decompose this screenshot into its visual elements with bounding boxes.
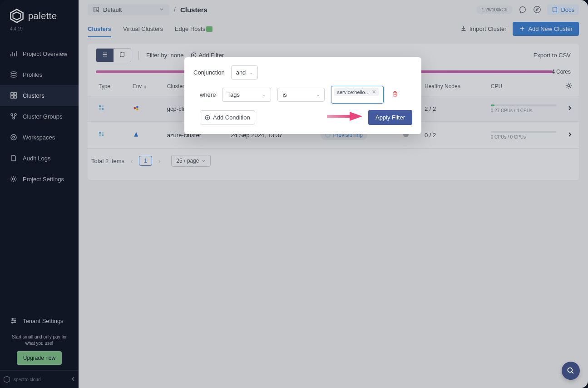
operator-select[interactable]: is⌄ bbox=[277, 88, 325, 102]
chevron-down-icon: ⌄ bbox=[316, 92, 320, 97]
add-condition-button[interactable]: Add Condition bbox=[200, 110, 255, 124]
filter-modal: Conjunction and⌄ where Tags⌄ is⌄ service… bbox=[184, 57, 421, 134]
modal-actions: Add Condition Apply Filter bbox=[193, 110, 412, 125]
delete-condition-button[interactable] bbox=[392, 90, 398, 99]
conjunction-label: Conjunction bbox=[193, 69, 225, 76]
condition-row: where Tags⌄ is⌄ service:hello…✕ bbox=[200, 86, 412, 104]
value-input[interactable]: service:hello…✕ bbox=[331, 86, 384, 104]
apply-filter-button[interactable]: Apply Filter bbox=[368, 110, 412, 125]
conjunction-row: Conjunction and⌄ bbox=[193, 65, 412, 80]
chevron-down-icon: ⌄ bbox=[249, 70, 253, 75]
where-label: where bbox=[200, 91, 216, 98]
field-select[interactable]: Tags⌄ bbox=[222, 88, 271, 102]
svg-point-34 bbox=[568, 368, 572, 372]
remove-tag-icon[interactable]: ✕ bbox=[372, 89, 376, 95]
search-chat-icon bbox=[566, 366, 575, 375]
plus-circle-icon bbox=[205, 115, 210, 120]
tag-chip: service:hello…✕ bbox=[334, 88, 378, 96]
conjunction-select[interactable]: and⌄ bbox=[231, 65, 258, 80]
help-chat-button[interactable] bbox=[562, 362, 580, 380]
chevron-down-icon: ⌄ bbox=[262, 92, 266, 97]
trash-icon bbox=[392, 90, 398, 97]
